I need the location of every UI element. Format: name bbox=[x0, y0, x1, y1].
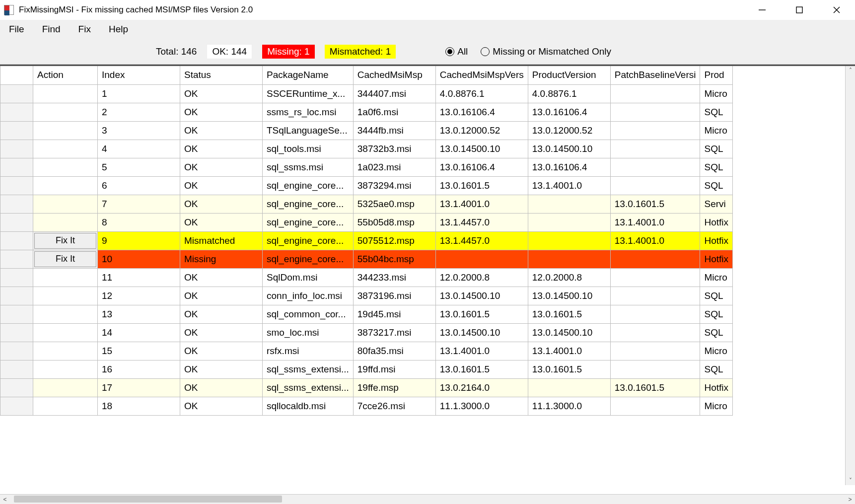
row-header[interactable] bbox=[0, 342, 33, 360]
column-status[interactable]: Status bbox=[180, 66, 263, 84]
row-header[interactable] bbox=[0, 360, 33, 378]
table-row[interactable]: 16OKsql_ssms_extensi...19ffd.msi13.0.160… bbox=[0, 360, 733, 378]
cell-cver: 12.0.2000.8 bbox=[435, 268, 528, 287]
row-header[interactable] bbox=[0, 397, 33, 415]
row-header[interactable] bbox=[0, 231, 33, 250]
vertical-scrollbar[interactable]: ˄ ˅ bbox=[845, 66, 855, 485]
cell-cached: 3873196.msi bbox=[353, 287, 435, 305]
cell-cached: 55b04bc.msp bbox=[353, 250, 435, 268]
cell-status: Mismatched bbox=[180, 231, 263, 250]
radio-all[interactable]: All bbox=[445, 46, 468, 57]
cell-pver bbox=[528, 213, 610, 231]
minimize-icon bbox=[758, 5, 767, 14]
row-header[interactable] bbox=[0, 250, 33, 268]
menu-file[interactable]: File bbox=[3, 22, 30, 37]
cell-prod: Micro bbox=[700, 397, 733, 415]
radio-all-label: All bbox=[457, 46, 468, 57]
scroll-thumb[interactable] bbox=[14, 496, 282, 503]
cell-pbase: 13.0.1601.5 bbox=[610, 195, 700, 213]
table-row[interactable]: 4OKsql_tools.msi38732b3.msi13.0.14500.10… bbox=[0, 140, 733, 158]
row-header[interactable] bbox=[0, 121, 33, 140]
cell-prod: Micro bbox=[700, 342, 733, 360]
column-index[interactable]: Index bbox=[98, 66, 180, 84]
scroll-down-icon: ˅ bbox=[849, 476, 852, 485]
table-row[interactable]: 12OKconn_info_loc.msi3873196.msi13.0.145… bbox=[0, 287, 733, 305]
cell-pver: 11.1.3000.0 bbox=[528, 397, 610, 415]
row-header[interactable] bbox=[0, 287, 33, 305]
maximize-button[interactable] bbox=[781, 0, 818, 20]
cell-package: sql_ssms.msi bbox=[263, 158, 354, 176]
row-header[interactable] bbox=[0, 195, 33, 213]
cell-package: sql_common_cor... bbox=[263, 305, 354, 323]
cell-package: conn_info_loc.msi bbox=[263, 287, 354, 305]
row-header[interactable] bbox=[0, 103, 33, 121]
row-header[interactable] bbox=[0, 140, 33, 158]
row-header[interactable] bbox=[0, 323, 33, 342]
status-strip: Total: 146 OK: 144 Missing: 1 Mismatched… bbox=[0, 39, 855, 65]
table-row[interactable]: Fix It10Missingsql_engine_core...55b04bc… bbox=[0, 250, 733, 268]
column-pbase[interactable]: PatchBaselineVersi bbox=[610, 66, 700, 84]
horizontal-scrollbar[interactable]: < > bbox=[0, 494, 855, 504]
fix-it-button[interactable]: Fix It bbox=[34, 233, 96, 249]
table-row[interactable]: 11OKSqlDom.msi344233.msi12.0.2000.812.0.… bbox=[0, 268, 733, 287]
table-row[interactable]: 7OKsql_engine_core...5325ae0.msp13.1.400… bbox=[0, 195, 733, 213]
cell-index: 18 bbox=[98, 397, 180, 415]
table-row[interactable]: 17OKsql_ssms_extensi...19ffe.msp13.0.216… bbox=[0, 378, 733, 397]
table-row[interactable]: 3OKTSqlLanguageSe...3444fb.msi13.0.12000… bbox=[0, 121, 733, 140]
row-header[interactable] bbox=[0, 176, 33, 195]
close-button[interactable] bbox=[818, 0, 855, 20]
svg-rect-1 bbox=[796, 7, 802, 13]
radio-missing-mismatched[interactable]: Missing or Mismatched Only bbox=[481, 46, 611, 57]
total-label: Total: 146 bbox=[156, 46, 197, 57]
table-row[interactable]: 2OKssms_rs_loc.msi1a0f6.msi13.0.16106.41… bbox=[0, 103, 733, 121]
cell-pbase bbox=[610, 140, 700, 158]
cell-cached: 1a023.msi bbox=[353, 158, 435, 176]
cell-action: Fix It bbox=[33, 231, 98, 250]
cell-status: Missing bbox=[180, 250, 263, 268]
cell-pver: 13.0.14500.10 bbox=[528, 323, 610, 342]
table-row[interactable]: 15OKrsfx.msi80fa35.msi13.1.4001.013.1.40… bbox=[0, 342, 733, 360]
cell-cached: 55b05d8.msp bbox=[353, 213, 435, 231]
fix-it-button[interactable]: Fix It bbox=[34, 251, 96, 267]
radio-mm-label: Missing or Mismatched Only bbox=[493, 46, 611, 57]
cell-index: 9 bbox=[98, 231, 180, 250]
cell-status: OK bbox=[180, 213, 263, 231]
column-pver[interactable]: ProductVersion bbox=[528, 66, 610, 84]
data-grid[interactable]: Action Index Status PackageName CachedMs… bbox=[0, 66, 733, 416]
table-row[interactable]: 8OKsql_engine_core...55b05d8.msp13.1.445… bbox=[0, 213, 733, 231]
table-row[interactable]: 14OKsmo_loc.msi3873217.msi13.0.14500.101… bbox=[0, 323, 733, 342]
cell-package: sql_ssms_extensi... bbox=[263, 360, 354, 378]
minimize-button[interactable] bbox=[743, 0, 781, 20]
cell-cver: 13.1.4457.0 bbox=[435, 231, 528, 250]
table-row[interactable]: 13OKsql_common_cor...19d45.msi13.0.1601.… bbox=[0, 305, 733, 323]
menu-help[interactable]: Help bbox=[103, 22, 134, 37]
cell-status: OK bbox=[180, 103, 263, 121]
table-row[interactable]: 18OKsqllocaldb.msi7cce26.msi11.1.3000.01… bbox=[0, 397, 733, 415]
row-header[interactable] bbox=[0, 305, 33, 323]
cell-cver: 11.1.3000.0 bbox=[435, 397, 528, 415]
cell-status: OK bbox=[180, 323, 263, 342]
table-row[interactable]: 1OKSSCERuntime_x...344407.msi4.0.8876.14… bbox=[0, 84, 733, 103]
column-cver[interactable]: CachedMsiMspVers bbox=[435, 66, 528, 84]
table-row[interactable]: 5OKsql_ssms.msi1a023.msi13.0.16106.413.0… bbox=[0, 158, 733, 176]
column-rowheader[interactable] bbox=[0, 66, 33, 84]
row-header[interactable] bbox=[0, 158, 33, 176]
menu-fix[interactable]: Fix bbox=[72, 22, 97, 37]
cell-pver: 13.0.14500.10 bbox=[528, 140, 610, 158]
cell-pbase bbox=[610, 287, 700, 305]
column-cached[interactable]: CachedMsiMsp bbox=[353, 66, 435, 84]
column-prod[interactable]: Prod bbox=[700, 66, 733, 84]
table-row[interactable]: 6OKsql_engine_core...3873294.msi13.0.160… bbox=[0, 176, 733, 195]
cell-cached: 344407.msi bbox=[353, 84, 435, 103]
column-package[interactable]: PackageName bbox=[263, 66, 354, 84]
row-header[interactable] bbox=[0, 213, 33, 231]
row-header[interactable] bbox=[0, 84, 33, 103]
cell-pbase bbox=[610, 268, 700, 287]
cell-index: 16 bbox=[98, 360, 180, 378]
column-action[interactable]: Action bbox=[33, 66, 98, 84]
table-row[interactable]: Fix It9Mismatchedsql_engine_core...50755… bbox=[0, 231, 733, 250]
row-header[interactable] bbox=[0, 268, 33, 287]
row-header[interactable] bbox=[0, 378, 33, 397]
menu-find[interactable]: Find bbox=[36, 22, 67, 37]
cell-cver: 13.0.2164.0 bbox=[435, 378, 528, 397]
